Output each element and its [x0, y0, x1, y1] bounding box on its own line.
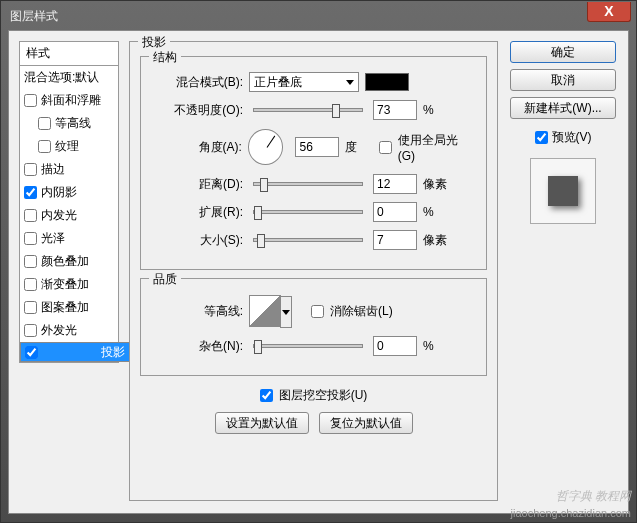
antialias-checkbox[interactable] — [311, 305, 324, 318]
size-label: 大小(S): — [153, 232, 243, 249]
opacity-label: 不透明度(O): — [153, 102, 243, 119]
opacity-input[interactable]: 73 — [373, 100, 417, 120]
blend-mode-select[interactable]: 正片叠底 — [249, 72, 359, 92]
structure-legend: 结构 — [149, 49, 181, 66]
noise-label: 杂色(N): — [153, 338, 243, 355]
preview-label: 预览(V) — [552, 129, 592, 146]
watermark-url: jiaocheng.chazidian.com — [511, 507, 631, 519]
style-checkbox[interactable] — [38, 140, 51, 153]
set-default-button[interactable]: 设置为默认值 — [215, 412, 309, 434]
angle-label: 角度(A): — [153, 139, 242, 156]
style-label: 内发光 — [41, 207, 77, 224]
style-label: 斜面和浮雕 — [41, 92, 101, 109]
preview-box — [530, 158, 596, 224]
style-checkbox[interactable] — [24, 232, 37, 245]
styles-header: 样式 — [19, 41, 119, 66]
style-item[interactable]: 斜面和浮雕 — [20, 89, 118, 112]
style-checkbox[interactable] — [24, 163, 37, 176]
knockout-checkbox[interactable] — [260, 389, 273, 402]
preview-checkbox[interactable] — [535, 131, 548, 144]
style-label: 投影 — [101, 344, 125, 361]
style-label: 内阴影 — [41, 184, 77, 201]
dialog-body: 样式 混合选项:默认 斜面和浮雕等高线纹理描边内阴影内发光光泽颜色叠加渐变叠加图… — [8, 30, 629, 514]
style-item[interactable]: 渐变叠加 — [20, 273, 118, 296]
style-label: 渐变叠加 — [41, 276, 89, 293]
spread-label: 扩展(R): — [153, 204, 243, 221]
spread-slider[interactable] — [253, 210, 363, 214]
right-column: 确定 取消 新建样式(W)... 预览(V) — [508, 41, 618, 503]
style-label: 等高线 — [55, 115, 91, 132]
style-checkbox[interactable] — [24, 278, 37, 291]
structure-fieldset: 结构 混合模式(B): 正片叠底 不透明度(O): 73 % — [140, 56, 487, 270]
spread-input[interactable]: 0 — [373, 202, 417, 222]
style-checkbox[interactable] — [24, 94, 37, 107]
chevron-down-icon — [282, 310, 290, 315]
style-checkbox[interactable] — [24, 301, 37, 314]
contour-dropdown[interactable] — [280, 296, 292, 328]
style-checkbox[interactable] — [24, 255, 37, 268]
noise-input[interactable]: 0 — [373, 336, 417, 356]
quality-fieldset: 品质 等高线: 消除锯齿(L) 杂色(N): 0 — [140, 278, 487, 376]
size-unit: 像素 — [423, 232, 451, 249]
angle-input[interactable]: 56 — [295, 137, 339, 157]
watermark-brand: 哲字典 教程网 — [556, 488, 631, 505]
global-light-checkbox[interactable] — [379, 141, 392, 154]
dialog-window: 图层样式 X 样式 混合选项:默认 斜面和浮雕等高线纹理描边内阴影内发光光泽颜色… — [0, 0, 637, 523]
new-style-button[interactable]: 新建样式(W)... — [510, 97, 616, 119]
close-button[interactable]: X — [587, 2, 631, 22]
preview-swatch — [548, 176, 578, 206]
style-checkbox[interactable] — [24, 186, 37, 199]
style-item[interactable]: 图案叠加 — [20, 296, 118, 319]
shadow-color-swatch[interactable] — [365, 73, 409, 91]
size-slider[interactable] — [253, 238, 363, 242]
titlebar: 图层样式 X — [2, 2, 635, 30]
noise-unit: % — [423, 339, 451, 353]
style-item[interactable]: 内发光 — [20, 204, 118, 227]
distance-slider[interactable] — [253, 182, 363, 186]
opacity-unit: % — [423, 103, 451, 117]
distance-label: 距离(D): — [153, 176, 243, 193]
blend-mode-value: 正片叠底 — [254, 74, 302, 91]
spread-unit: % — [423, 205, 451, 219]
size-input[interactable]: 7 — [373, 230, 417, 250]
contour-picker[interactable] — [249, 295, 281, 327]
style-item[interactable]: 等高线 — [20, 112, 118, 135]
style-item[interactable]: 纹理 — [20, 135, 118, 158]
angle-dial[interactable] — [248, 129, 284, 165]
style-label: 颜色叠加 — [41, 253, 89, 270]
style-label: 光泽 — [41, 230, 65, 247]
blend-options-item[interactable]: 混合选项:默认 — [20, 66, 118, 89]
style-label: 图案叠加 — [41, 299, 89, 316]
antialias-label: 消除锯齿(L) — [330, 303, 393, 320]
main-column: 投影 结构 混合模式(B): 正片叠底 不透明度(O): — [129, 41, 498, 503]
style-label: 描边 — [41, 161, 65, 178]
blend-options-label: 混合选项:默认 — [24, 69, 99, 86]
style-item[interactable]: 投影 — [20, 342, 130, 362]
style-item[interactable]: 内阴影 — [20, 181, 118, 204]
reset-default-button[interactable]: 复位为默认值 — [319, 412, 413, 434]
styles-list: 混合选项:默认 斜面和浮雕等高线纹理描边内阴影内发光光泽颜色叠加渐变叠加图案叠加… — [19, 66, 119, 363]
noise-slider[interactable] — [253, 344, 363, 348]
cancel-button[interactable]: 取消 — [510, 69, 616, 91]
style-checkbox[interactable] — [38, 117, 51, 130]
blend-mode-label: 混合模式(B): — [153, 74, 243, 91]
contour-label: 等高线: — [153, 303, 243, 320]
chevron-down-icon — [346, 80, 354, 85]
styles-column: 样式 混合选项:默认 斜面和浮雕等高线纹理描边内阴影内发光光泽颜色叠加渐变叠加图… — [19, 41, 119, 503]
style-label: 纹理 — [55, 138, 79, 155]
distance-unit: 像素 — [423, 176, 451, 193]
quality-legend: 品质 — [149, 271, 181, 288]
window-title: 图层样式 — [10, 8, 58, 25]
style-item[interactable]: 颜色叠加 — [20, 250, 118, 273]
distance-input[interactable]: 12 — [373, 174, 417, 194]
style-checkbox[interactable] — [24, 209, 37, 222]
style-item[interactable]: 光泽 — [20, 227, 118, 250]
style-checkbox[interactable] — [25, 346, 38, 359]
style-item[interactable]: 外发光 — [20, 319, 118, 342]
effect-panel: 投影 结构 混合模式(B): 正片叠底 不透明度(O): — [129, 41, 498, 501]
ok-button[interactable]: 确定 — [510, 41, 616, 63]
style-checkbox[interactable] — [24, 324, 37, 337]
style-item[interactable]: 描边 — [20, 158, 118, 181]
knockout-label: 图层挖空投影(U) — [279, 387, 368, 404]
opacity-slider[interactable] — [253, 108, 363, 112]
